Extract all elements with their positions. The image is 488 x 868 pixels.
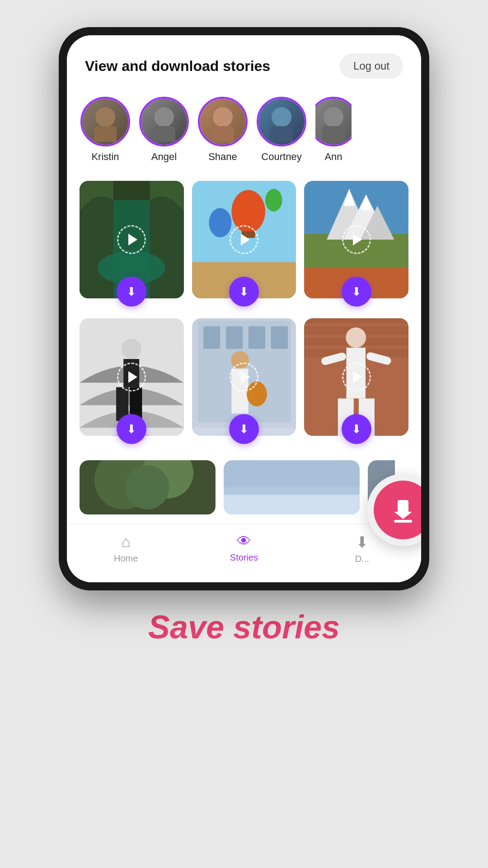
- download-icon-5: ⬇: [239, 423, 249, 435]
- save-stories-text: Save stories: [148, 609, 340, 645]
- svg-point-0: [95, 107, 115, 127]
- svg-point-22: [265, 189, 282, 212]
- story-card-canyon[interactable]: ⬇: [80, 181, 184, 298]
- story-avatar-kristin: [80, 97, 130, 146]
- story-avatar-shane: [198, 97, 248, 146]
- story-user-shane[interactable]: Shane: [198, 97, 248, 163]
- svg-point-4: [213, 107, 233, 127]
- svg-point-21: [209, 208, 231, 237]
- bottom-nav: ⌂ Home 👁 Stories ⬇ D...: [67, 524, 421, 582]
- story-user-ann[interactable]: Ann: [315, 97, 352, 163]
- phone-screen: View and download stories Log out Kristi…: [67, 35, 421, 582]
- story-card-dance1[interactable]: ⬇: [80, 318, 184, 436]
- story-user-courtney[interactable]: Courtney: [257, 97, 306, 163]
- svg-rect-69: [394, 520, 412, 523]
- svg-point-6: [272, 107, 291, 127]
- nav-item-stories[interactable]: 👁 Stories: [185, 533, 303, 564]
- svg-rect-5: [211, 126, 234, 142]
- story-card-mountains[interactable]: ⬇: [304, 181, 408, 298]
- nav-label-download: D...: [355, 554, 369, 564]
- avatar-img-courtney: [258, 99, 305, 145]
- download-icon-3: ⬇: [352, 286, 361, 297]
- header: View and download stories Log out: [67, 35, 421, 88]
- play-overlay-mountains: [342, 225, 371, 254]
- story-avatar-courtney: [257, 97, 306, 146]
- logout-button[interactable]: Log out: [340, 53, 403, 79]
- story-card-dance3[interactable]: ⬇: [304, 318, 408, 436]
- story-name-ann: Ann: [324, 151, 342, 163]
- page-title: View and download stories: [85, 58, 270, 75]
- download-icon-4: ⬇: [127, 423, 136, 435]
- story-name-kristin: Kristin: [91, 151, 119, 163]
- svg-rect-67: [398, 500, 408, 513]
- stories-strip: Kristin Angel: [67, 88, 421, 176]
- download-button-dance1[interactable]: ⬇: [117, 414, 146, 444]
- svg-point-62: [125, 465, 169, 509]
- story-name-courtney: Courtney: [261, 151, 301, 163]
- svg-rect-49: [304, 318, 408, 324]
- avatar-img-kristin: [82, 99, 128, 145]
- play-overlay-dance2: [230, 363, 258, 392]
- home-icon: ⌂: [121, 533, 131, 551]
- play-overlay-dance1: [117, 363, 146, 392]
- story-card-balloons[interactable]: ⬇: [192, 181, 296, 298]
- play-icon-canyon: [128, 234, 137, 245]
- download-icon-6: ⬇: [352, 423, 361, 435]
- svg-rect-9: [322, 126, 345, 142]
- play-icon-mountains: [353, 234, 362, 245]
- story-card-nature2[interactable]: [224, 460, 360, 514]
- story-user-angel[interactable]: Angel: [139, 97, 189, 163]
- download-icon-2: ⬇: [239, 286, 249, 297]
- svg-rect-40: [225, 326, 242, 349]
- story-user-kristin[interactable]: Kristin: [80, 97, 130, 163]
- save-stories-section: Save stories: [148, 609, 340, 673]
- floating-download-icon: [389, 496, 417, 524]
- svg-point-2: [154, 107, 174, 127]
- download-button-balloons[interactable]: ⬇: [229, 277, 259, 307]
- svg-rect-3: [153, 126, 175, 142]
- svg-rect-7: [270, 126, 293, 142]
- grid-row-partial: [80, 460, 408, 514]
- grid-row-2: ⬇: [80, 318, 408, 436]
- nav-label-stories: Stories: [230, 552, 258, 563]
- stories-icon: 👁: [237, 533, 251, 550]
- nav-label-home: Home: [114, 553, 138, 564]
- story-card-dance2[interactable]: ⬇: [192, 318, 296, 436]
- svg-point-8: [324, 107, 343, 127]
- svg-rect-64: [224, 495, 360, 514]
- play-icon-dance1: [128, 371, 137, 383]
- svg-rect-39: [203, 326, 220, 349]
- avatar-img-ann: [315, 99, 352, 145]
- svg-marker-68: [394, 512, 412, 519]
- svg-point-32: [121, 339, 141, 359]
- play-icon-balloons: [241, 234, 250, 245]
- download-button-dance3[interactable]: ⬇: [342, 414, 371, 444]
- play-overlay-dance3: [342, 363, 371, 392]
- story-avatar-ann: [315, 97, 352, 146]
- download-button-dance2[interactable]: ⬇: [229, 414, 259, 444]
- phone-frame: View and download stories Log out Kristi…: [59, 27, 429, 590]
- play-icon-dance3: [353, 371, 362, 383]
- story-name-shane: Shane: [208, 151, 237, 163]
- story-card-nature1[interactable]: [80, 460, 216, 514]
- story-name-angel: Angel: [151, 151, 177, 163]
- avatar-img-angel: [141, 99, 187, 145]
- play-icon-dance2: [241, 371, 250, 383]
- stories-grid: ⬇: [67, 176, 421, 524]
- story-avatar-angel: [139, 97, 189, 146]
- grid-row-1: ⬇: [80, 181, 408, 298]
- play-overlay-canyon: [117, 225, 146, 254]
- nav-download-icon: ⬇: [356, 533, 368, 551]
- floating-download-button[interactable]: [374, 481, 421, 539]
- svg-rect-65: [224, 460, 360, 487]
- avatar-img-shane: [200, 99, 246, 145]
- svg-rect-1: [94, 126, 117, 142]
- download-icon: ⬇: [127, 286, 136, 297]
- play-overlay-balloons: [230, 225, 258, 254]
- nav-item-home[interactable]: ⌂ Home: [67, 533, 185, 564]
- svg-rect-41: [248, 326, 265, 349]
- download-button-canyon[interactable]: ⬇: [117, 277, 146, 307]
- svg-rect-42: [271, 326, 287, 349]
- download-button-mountains[interactable]: ⬇: [342, 277, 371, 307]
- svg-point-53: [346, 327, 366, 348]
